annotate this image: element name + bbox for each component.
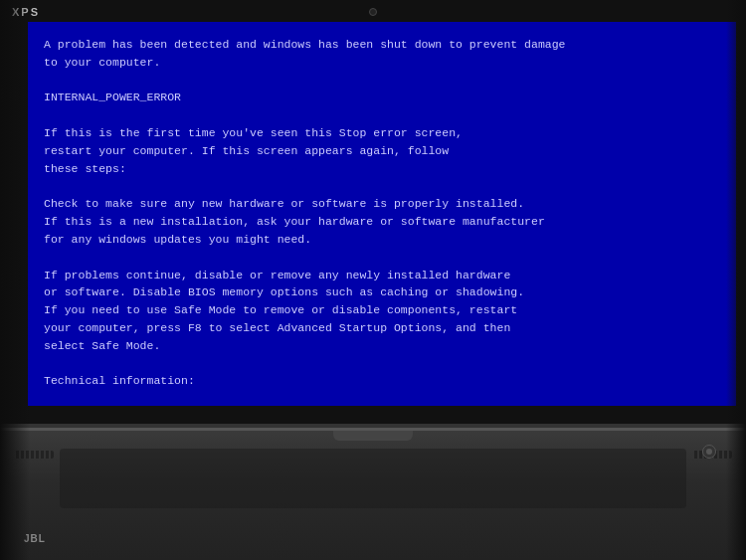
screen-bezel: XPS A problem has been detected and wind…	[0, 0, 746, 428]
laptop-base: JBL	[0, 428, 746, 560]
jbl-logo: JBL	[24, 533, 46, 544]
hinge	[333, 431, 413, 441]
bsod-screen: A problem has been detected and windows …	[28, 22, 736, 406]
power-button[interactable]	[702, 445, 716, 459]
laptop-outer: XPS A problem has been detected and wind…	[0, 0, 746, 560]
webcam	[369, 8, 377, 16]
speaker-left	[14, 451, 54, 459]
keyboard-area	[60, 449, 686, 508]
bsod-text: A problem has been detected and windows …	[44, 36, 720, 406]
xps-logo: XPS	[12, 6, 40, 18]
